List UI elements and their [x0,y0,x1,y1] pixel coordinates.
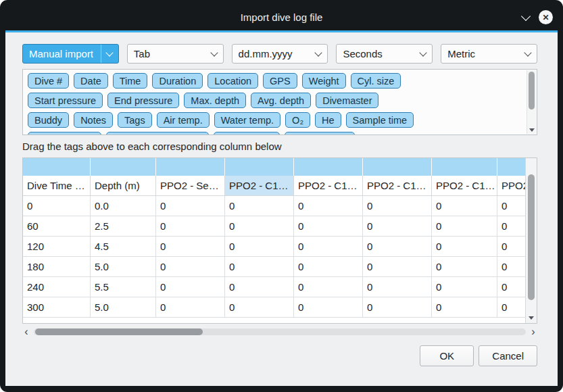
combo-arrow-zone [520,45,531,63]
column-header[interactable]: PPO2 - C1… [363,176,432,196]
dialog-buttons: OK Cancel [420,345,537,366]
import-mode-combo[interactable]: Manual import [22,44,119,64]
combo-arrow-zone [415,45,426,63]
combo-value: dd.mm.yyyy [239,48,293,59]
table-cell: 0 [225,237,294,257]
column-header[interactable]: PPO2 - C1… [432,176,497,196]
chevron-down-icon[interactable] [521,11,531,20]
tag-water-temp[interactable]: Water temp. [214,112,280,128]
table-cell: 0 [225,277,294,297]
table-cell: 0 [497,297,525,318]
column-header[interactable]: Depth (m) [91,176,156,196]
table-row: 00.0000000 [23,196,525,216]
tag-time[interactable]: Time [113,73,148,89]
column-drop-target[interactable] [23,158,91,176]
table-cell: 0 [497,216,525,237]
tag-weight[interactable]: Weight [302,73,346,89]
table-cell: 0 [156,216,225,237]
tag-tags[interactable]: Tags [118,112,152,128]
tag-cyl-size[interactable]: Cyl. size [351,73,401,89]
table-cell: 120 [23,237,91,257]
chevron-down-icon [105,49,113,56]
tag-sample-cns[interactable]: Sample CNS [285,132,355,135]
drag-instruction-label: Drag the tags above to each correspondin… [22,141,537,153]
scrollbar-thumb[interactable] [35,328,203,335]
tag-divemaster[interactable]: Divemaster [316,93,378,108]
column-header[interactable]: PPO2 - C1… [225,176,294,196]
column-drop-target[interactable] [294,158,363,176]
import-dialog-window: Import dive log file ✕ Manual import Tab… [0,0,563,392]
chevron-down-icon [210,49,218,56]
table-cell: 0 [156,297,225,318]
table-vertical-scrollbar[interactable] [525,158,537,323]
column-drop-target[interactable] [432,158,497,176]
tag-pool-scrollbar[interactable] [527,70,536,134]
close-icon: ✕ [542,13,549,22]
column-header[interactable]: PPO2 - C1… [497,176,525,196]
column-drop-target[interactable] [91,158,156,176]
table-horizontal-scrollbar[interactable]: ‹ › [22,327,537,337]
table-cell: 300 [23,297,91,318]
table-cell: 0 [432,237,497,257]
chevron-down-icon [420,49,427,56]
column-drop-target[interactable] [497,158,525,176]
tag-start-pressure[interactable]: Start pressure [28,93,103,108]
table-cell: 0 [156,257,225,277]
duration-format-combo[interactable]: Seconds [336,44,433,64]
scrollbar-track[interactable] [34,328,526,335]
table-cell: 0 [363,257,432,277]
preview-table-frame: Dive Time …Depth (m)PPO2 - Se…PPO2 - C1…… [22,157,537,324]
table-cell: 0 [294,257,363,277]
cancel-button[interactable]: Cancel [479,345,537,366]
combo-value: Seconds [343,48,382,59]
table-cell: 0 [432,297,497,318]
table-cell: 0 [363,277,432,297]
table-cell: 0 [363,216,432,237]
tag-gps[interactable]: GPS [263,73,297,89]
column-drop-target[interactable] [225,158,294,176]
table-cell: 0 [363,297,432,318]
tag-sample-time[interactable]: Sample time [346,112,414,128]
table-cell: 2.5 [91,216,156,237]
scroll-down-button[interactable] [529,316,534,320]
tag-end-pressure[interactable]: End pressure [107,93,179,108]
field-separator-combo[interactable]: Tab [127,44,224,64]
scroll-down-button[interactable] [529,128,535,132]
table-cell: 0.0 [91,196,156,216]
dialog-body: Manual import Tab dd.mm.yyyy Seconds Met… [5,32,558,386]
tag-avg-depth[interactable]: Avg. depth [251,93,311,108]
column-drop-target[interactable] [156,158,225,176]
tag-date[interactable]: Date [74,73,108,89]
column-drop-target[interactable] [363,158,432,176]
close-button[interactable]: ✕ [539,10,553,24]
tag-sample-depth[interactable]: Sample depth [28,132,101,135]
preview-table: Dive Time …Depth (m)PPO2 - Se…PPO2 - C1…… [23,158,525,323]
table-row: 602.5000000 [23,216,525,237]
scrollbar-thumb[interactable] [529,72,535,109]
scrollbar-thumb[interactable] [528,174,535,300]
table-row: 3005.0000000 [23,297,525,318]
tag-o[interactable]: O₂ [285,112,310,128]
table-cell: 0 [497,237,525,257]
table-cell: 0 [156,196,225,216]
tag-dive[interactable]: Dive # [28,73,69,89]
table-cell: 4.5 [91,237,156,257]
tag-notes[interactable]: Notes [74,112,113,128]
tag-sample-temperature[interactable]: Sample temperature [106,132,208,135]
tag-duration[interactable]: Duration [152,73,203,89]
tag-max-depth[interactable]: Max. depth [184,93,246,108]
tag-location[interactable]: Location [207,73,258,89]
tag-sample-po[interactable]: Sample pO₂ [214,132,280,135]
units-combo[interactable]: Metric [441,44,537,64]
column-header[interactable]: Dive Time … [23,176,91,196]
scroll-left-button[interactable]: ‹ [22,328,30,336]
scroll-right-button[interactable]: › [529,328,537,336]
column-header[interactable]: PPO2 - C1… [294,176,363,196]
tag-buddy[interactable]: Buddy [28,112,69,128]
date-format-combo[interactable]: dd.mm.yyyy [232,44,328,64]
tag-air-temp[interactable]: Air temp. [157,112,210,128]
tag-he[interactable]: He [315,112,341,128]
ok-button[interactable]: OK [420,345,474,366]
chevron-down-icon [315,49,322,56]
column-header[interactable]: PPO2 - Se… [156,176,225,196]
